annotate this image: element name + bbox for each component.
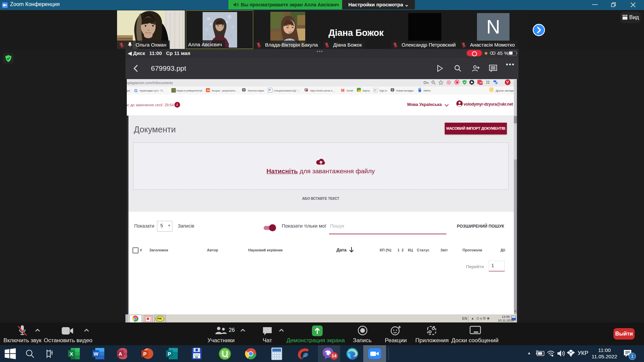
svg-text:P: P: [143, 351, 147, 357]
svg-text:A: A: [119, 351, 122, 357]
svg-text:W: W: [94, 351, 99, 357]
svg-text:X: X: [70, 351, 73, 357]
svg-text:64: 64: [195, 356, 198, 358]
svg-text:P: P: [168, 351, 171, 357]
